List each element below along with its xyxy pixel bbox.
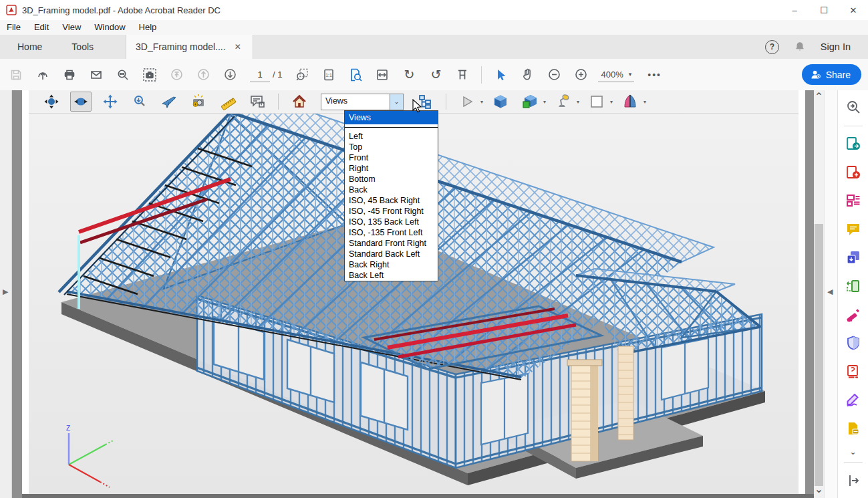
- views-option[interactable]: ISO, -135 Front Left: [345, 227, 438, 238]
- tab-home[interactable]: Home: [3, 35, 57, 59]
- camera-3d-icon[interactable]: [188, 92, 209, 112]
- views-option[interactable]: ISO, 45 Back Right: [345, 195, 438, 206]
- menu-view[interactable]: View: [55, 20, 88, 35]
- fill-and-sign-icon[interactable]: [841, 389, 865, 411]
- protect-icon[interactable]: [841, 332, 865, 354]
- views-option-selected[interactable]: Views: [345, 111, 438, 124]
- zoom-level-select[interactable]: 400% ▾: [598, 67, 634, 82]
- tab-tools[interactable]: Tools: [57, 35, 108, 59]
- views-option[interactable]: Standard Front Right: [345, 238, 438, 249]
- views-combobox[interactable]: Views ⌄: [321, 94, 404, 110]
- views-dropdown-panel: Views Left Top Front Right Bottom Back I…: [344, 110, 438, 281]
- measure-3d-icon[interactable]: [217, 92, 239, 112]
- zoom-in-icon[interactable]: [569, 64, 593, 86]
- rotate-clockwise-icon[interactable]: ↻: [397, 64, 421, 86]
- views-option[interactable]: ISO, -45 Front Right: [345, 206, 438, 217]
- views-option[interactable]: Top: [345, 142, 438, 152]
- views-combobox-arrow-icon[interactable]: ⌄: [390, 94, 403, 110]
- orbit-3d-icon[interactable]: [70, 92, 92, 112]
- hand-tool-icon[interactable]: [515, 64, 539, 86]
- edit-pdf-icon[interactable]: [841, 190, 865, 212]
- views-option[interactable]: Left: [345, 131, 438, 142]
- minimize-button[interactable]: –: [780, 1, 809, 20]
- combine-files-icon[interactable]: [841, 247, 865, 269]
- menu-edit[interactable]: Edit: [27, 20, 55, 35]
- search-tools-icon[interactable]: [841, 96, 865, 118]
- send-for-signature-icon[interactable]: [841, 417, 865, 439]
- save-icon[interactable]: [4, 64, 28, 86]
- tab-close-icon[interactable]: ✕: [233, 41, 243, 52]
- cross-section-icon[interactable]: [619, 92, 641, 112]
- previous-view-icon[interactable]: [164, 64, 188, 86]
- zoom-level-value: 400%: [601, 70, 623, 80]
- right-pane-toggle-icon[interactable]: ◀: [827, 287, 833, 296]
- render-mode-icon[interactable]: [519, 92, 541, 112]
- fit-width-icon[interactable]: [370, 64, 394, 86]
- scroll-down-icon[interactable]: ⌄: [814, 484, 824, 494]
- views-option[interactable]: Standard Back Left: [345, 249, 438, 259]
- select-tool-icon[interactable]: [488, 64, 513, 86]
- page-bottom-gap: [22, 494, 814, 498]
- reflow-icon[interactable]: [450, 64, 474, 86]
- compress-pdf-icon[interactable]: [841, 360, 865, 382]
- find-icon[interactable]: [343, 64, 368, 86]
- page-down-icon[interactable]: [218, 64, 242, 86]
- views-option[interactable]: Right: [345, 163, 438, 174]
- chevron-down-icon[interactable]: ▾: [480, 99, 483, 105]
- snapshot-icon[interactable]: [138, 64, 162, 86]
- zoom-3d-icon[interactable]: [129, 92, 150, 112]
- page-number-input[interactable]: [250, 67, 270, 82]
- sign-in-link[interactable]: Sign In: [821, 41, 851, 52]
- views-option[interactable]: ISO, 135 Back Left: [345, 217, 438, 227]
- redact-icon[interactable]: [841, 303, 865, 326]
- marquee-zoom-icon[interactable]: [290, 64, 314, 86]
- tab-document[interactable]: 3D_Framing model.... ✕: [126, 35, 253, 59]
- rotate-3d-icon[interactable]: [41, 92, 62, 112]
- play-animation-icon[interactable]: [456, 92, 478, 112]
- rotate-counterclockwise-icon[interactable]: ↺: [424, 64, 448, 86]
- menu-window[interactable]: Window: [88, 20, 132, 35]
- help-icon[interactable]: ?: [765, 40, 779, 54]
- close-button[interactable]: ✕: [839, 1, 868, 20]
- share-button[interactable]: Share: [802, 64, 861, 85]
- fly-icon[interactable]: [158, 92, 180, 112]
- chevron-down-icon[interactable]: ▾: [543, 99, 546, 105]
- scroll-up-icon[interactable]: ⌃: [814, 92, 824, 102]
- page-up-icon[interactable]: [191, 64, 215, 86]
- comment-icon[interactable]: [841, 218, 865, 240]
- maximize-button[interactable]: ☐: [809, 1, 839, 20]
- chevron-down-icon: ▾: [629, 71, 632, 78]
- menu-help[interactable]: Help: [132, 20, 164, 35]
- views-option[interactable]: Back Right: [345, 259, 438, 270]
- more-tools-icon[interactable]: •••: [647, 70, 662, 80]
- views-option[interactable]: Back: [345, 184, 438, 195]
- views-option[interactable]: Back Left: [345, 270, 438, 281]
- print-icon[interactable]: [57, 64, 82, 86]
- upload-share-icon[interactable]: [31, 64, 55, 86]
- scrollbar-thumb[interactable]: [815, 224, 823, 486]
- menu-file[interactable]: File: [0, 20, 27, 35]
- chevron-down-icon[interactable]: ▾: [643, 99, 646, 105]
- zoom-out-icon[interactable]: [542, 64, 566, 86]
- show-more-tools-icon[interactable]: ⌄: [841, 446, 865, 458]
- notifications-bell-icon[interactable]: [794, 41, 806, 53]
- comment-3d-icon[interactable]: [247, 92, 268, 112]
- zoom-comment-loupe-icon[interactable]: [111, 64, 135, 86]
- pan-3d-icon[interactable]: [100, 92, 121, 112]
- chevron-down-icon[interactable]: ▾: [577, 99, 579, 105]
- create-pdf-icon[interactable]: [841, 161, 865, 183]
- mouse-cursor: [412, 99, 423, 114]
- lighting-icon[interactable]: [553, 92, 574, 112]
- home-view-icon[interactable]: [289, 92, 310, 112]
- views-option[interactable]: Bottom: [345, 174, 438, 184]
- export-pdf-icon[interactable]: [841, 133, 865, 155]
- background-color-icon[interactable]: [586, 92, 607, 112]
- views-option[interactable]: Front: [345, 152, 438, 163]
- email-icon[interactable]: [84, 64, 108, 86]
- organize-pages-icon[interactable]: [841, 275, 865, 297]
- chevron-down-icon[interactable]: ▾: [610, 99, 613, 105]
- projection-cube-icon[interactable]: [490, 92, 511, 112]
- actual-size-icon[interactable]: 1:1: [317, 64, 341, 86]
- expand-tools-pane-icon[interactable]: [841, 469, 865, 491]
- left-pane-toggle-icon[interactable]: ▶: [3, 287, 8, 296]
